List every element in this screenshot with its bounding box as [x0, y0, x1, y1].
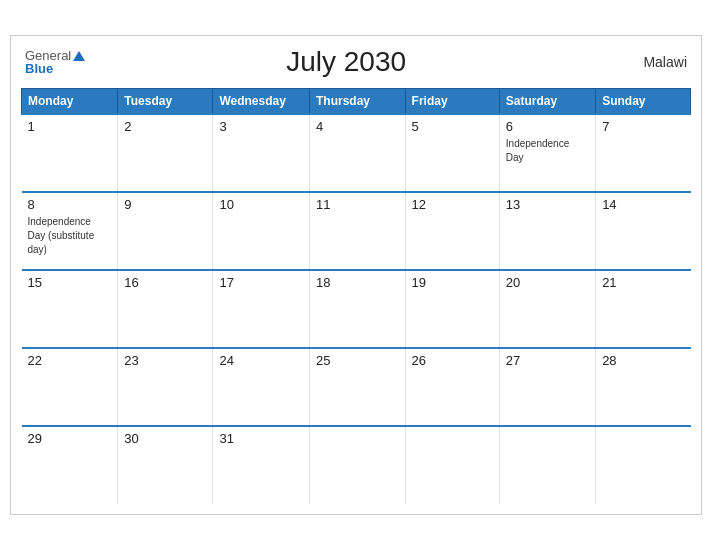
calendar-cell: 24 — [213, 348, 310, 426]
calendar-cell: 23 — [118, 348, 213, 426]
logo-triangle-icon — [73, 51, 85, 61]
calendar-cell: 13 — [499, 192, 595, 270]
header-sunday: Sunday — [596, 89, 691, 115]
calendar-cell: 5 — [405, 114, 499, 192]
header-monday: Monday — [22, 89, 118, 115]
day-number: 14 — [602, 197, 684, 212]
day-event: Independence Day (substitute day) — [28, 216, 95, 255]
calendar-cell: 10 — [213, 192, 310, 270]
day-number: 23 — [124, 353, 206, 368]
calendar-cell: 20 — [499, 270, 595, 348]
calendar-cell: 21 — [596, 270, 691, 348]
day-number: 8 — [28, 197, 112, 212]
day-number: 5 — [412, 119, 493, 134]
header-friday: Friday — [405, 89, 499, 115]
day-number: 3 — [219, 119, 303, 134]
day-number: 10 — [219, 197, 303, 212]
day-number: 4 — [316, 119, 399, 134]
day-number: 30 — [124, 431, 206, 446]
day-number: 29 — [28, 431, 112, 446]
calendar-cell: 27 — [499, 348, 595, 426]
calendar-cell: 29 — [22, 426, 118, 504]
day-number: 27 — [506, 353, 589, 368]
logo-blue-text: Blue — [25, 62, 85, 75]
day-number: 6 — [506, 119, 589, 134]
day-number: 20 — [506, 275, 589, 290]
logo: General Blue — [25, 49, 85, 75]
day-number: 22 — [28, 353, 112, 368]
calendar-cell: 28 — [596, 348, 691, 426]
calendar-cell: 4 — [309, 114, 405, 192]
day-number: 9 — [124, 197, 206, 212]
calendar-cell: 3 — [213, 114, 310, 192]
header-tuesday: Tuesday — [118, 89, 213, 115]
calendar-cell: 16 — [118, 270, 213, 348]
calendar-cell: 1 — [22, 114, 118, 192]
day-number: 15 — [28, 275, 112, 290]
calendar-cell: 30 — [118, 426, 213, 504]
calendar-week-row: 22232425262728 — [22, 348, 691, 426]
calendar-week-row: 8Independence Day (substitute day)910111… — [22, 192, 691, 270]
day-number: 16 — [124, 275, 206, 290]
calendar-cell — [309, 426, 405, 504]
day-number: 7 — [602, 119, 684, 134]
calendar-cell: 9 — [118, 192, 213, 270]
header-wednesday: Wednesday — [213, 89, 310, 115]
calendar-country: Malawi — [607, 54, 687, 70]
calendar-cell: 14 — [596, 192, 691, 270]
day-number: 26 — [412, 353, 493, 368]
calendar-week-row: 293031 — [22, 426, 691, 504]
day-number: 13 — [506, 197, 589, 212]
day-number: 17 — [219, 275, 303, 290]
day-number: 21 — [602, 275, 684, 290]
calendar-cell: 22 — [22, 348, 118, 426]
calendar-cell: 19 — [405, 270, 499, 348]
calendar-cell: 18 — [309, 270, 405, 348]
calendar-cell: 15 — [22, 270, 118, 348]
calendar-cell: 12 — [405, 192, 499, 270]
calendar-title: July 2030 — [85, 46, 607, 78]
day-number: 24 — [219, 353, 303, 368]
calendar-cell: 25 — [309, 348, 405, 426]
day-event: Independence Day — [506, 138, 569, 163]
day-number: 2 — [124, 119, 206, 134]
calendar-week-row: 123456Independence Day7 — [22, 114, 691, 192]
header-thursday: Thursday — [309, 89, 405, 115]
day-number: 18 — [316, 275, 399, 290]
days-header-row: Monday Tuesday Wednesday Thursday Friday… — [22, 89, 691, 115]
calendar-header: General Blue July 2030 Malawi — [21, 46, 691, 78]
day-number: 1 — [28, 119, 112, 134]
day-number: 11 — [316, 197, 399, 212]
day-number: 12 — [412, 197, 493, 212]
day-number: 28 — [602, 353, 684, 368]
calendar-cell: 26 — [405, 348, 499, 426]
calendar-cell: 11 — [309, 192, 405, 270]
calendar-cell: 6Independence Day — [499, 114, 595, 192]
calendar-cell: 17 — [213, 270, 310, 348]
day-number: 25 — [316, 353, 399, 368]
calendar-cell — [499, 426, 595, 504]
calendar-cell: 31 — [213, 426, 310, 504]
calendar-week-row: 15161718192021 — [22, 270, 691, 348]
calendar-cell: 2 — [118, 114, 213, 192]
calendar-cell — [405, 426, 499, 504]
day-number: 19 — [412, 275, 493, 290]
day-number: 31 — [219, 431, 303, 446]
calendar-table: Monday Tuesday Wednesday Thursday Friday… — [21, 88, 691, 504]
calendar-container: General Blue July 2030 Malawi Monday Tue… — [10, 35, 702, 515]
header-saturday: Saturday — [499, 89, 595, 115]
calendar-cell — [596, 426, 691, 504]
calendar-cell: 8Independence Day (substitute day) — [22, 192, 118, 270]
calendar-cell: 7 — [596, 114, 691, 192]
